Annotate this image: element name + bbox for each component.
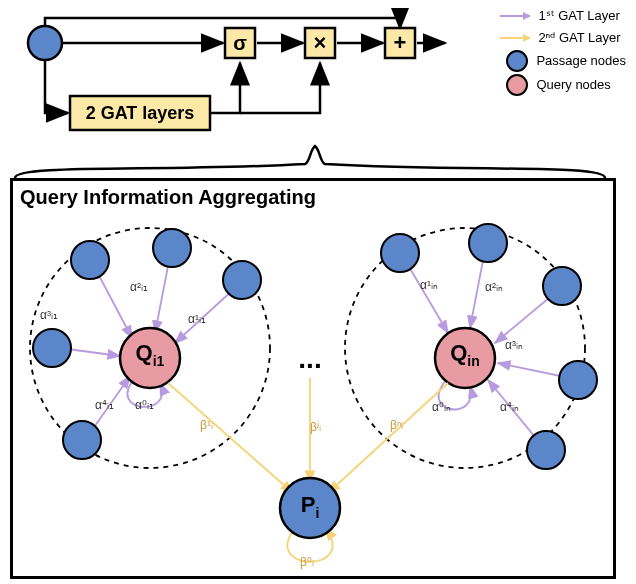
alpha-label: α²ᵢ₁ bbox=[130, 280, 148, 294]
times-label: × bbox=[314, 30, 327, 55]
legend-layer1-label: 1ˢᵗ GAT Layer bbox=[538, 6, 620, 26]
input-node-icon bbox=[28, 26, 62, 60]
legend-circle-blue-icon bbox=[506, 50, 528, 72]
beta-label: βʲᵢ bbox=[310, 420, 321, 434]
svg-line-16 bbox=[168, 383, 293, 493]
plus-label: + bbox=[394, 30, 407, 55]
passage-neighbor-icon bbox=[153, 229, 191, 267]
alpha-label: α¹ᵢ₁ bbox=[188, 312, 206, 326]
alpha-label: α²ᵢₙ bbox=[485, 280, 503, 294]
legend-arrow-orange-icon bbox=[500, 37, 530, 39]
passage-neighbor-icon bbox=[543, 267, 581, 305]
legend-layer2-label: 2ⁿᵈ GAT Layer bbox=[538, 28, 620, 48]
svg-line-4 bbox=[95, 268, 132, 338]
alpha-label: α⁰ᵢₙ bbox=[432, 400, 451, 414]
alpha-label: α¹ᵢₙ bbox=[420, 278, 438, 292]
passage-neighbor-icon bbox=[527, 431, 565, 469]
passage-neighbor-icon bbox=[381, 234, 419, 272]
legend-row-passage: Passage nodes bbox=[500, 50, 626, 72]
aggregation-graph: Qi1 Qin ... Pi bbox=[10, 178, 610, 573]
beta-label: β¹ᵢ bbox=[200, 418, 213, 432]
alpha-label: α³ᵢₙ bbox=[505, 338, 523, 352]
legend-passage-label: Passage nodes bbox=[536, 51, 626, 71]
alpha-label: α⁰ᵢ₁ bbox=[135, 398, 154, 412]
legend-row-layer2: 2ⁿᵈ GAT Layer bbox=[500, 28, 626, 48]
svg-line-5 bbox=[155, 256, 170, 333]
passage-neighbor-icon bbox=[469, 224, 507, 262]
top-flow-diagram: σ × + 2 GAT layers bbox=[10, 8, 450, 158]
legend-arrow-purple-icon bbox=[500, 15, 530, 17]
alpha-label: α⁴ᵢ₁ bbox=[95, 398, 114, 412]
legend-block: 1ˢᵗ GAT Layer 2ⁿᵈ GAT Layer Passage node… bbox=[500, 6, 626, 98]
passage-neighbor-icon bbox=[71, 241, 109, 279]
beta-label: β⁰ᵢ bbox=[300, 555, 314, 569]
legend-query-label: Query nodes bbox=[536, 75, 610, 95]
dots-label: ... bbox=[298, 343, 321, 374]
gat-box-label: 2 GAT layers bbox=[86, 103, 195, 123]
passage-neighbor-icon bbox=[223, 261, 261, 299]
passage-neighbor-icon bbox=[63, 421, 101, 459]
sigma-label: σ bbox=[233, 32, 247, 54]
svg-line-18 bbox=[328, 383, 448, 493]
legend-circle-pink-icon bbox=[506, 74, 528, 96]
svg-line-10 bbox=[405, 260, 448, 333]
svg-line-12 bbox=[495, 293, 555, 343]
passage-neighbor-icon bbox=[33, 329, 71, 367]
legend-row-query: Query nodes bbox=[500, 74, 626, 96]
beta-label: βⁿᵢ bbox=[390, 418, 403, 432]
legend-row-layer1: 1ˢᵗ GAT Layer bbox=[500, 6, 626, 26]
alpha-label: α⁴ᵢₙ bbox=[500, 400, 519, 414]
alpha-label: α³ᵢ₁ bbox=[40, 308, 58, 322]
passage-neighbor-icon bbox=[559, 361, 597, 399]
